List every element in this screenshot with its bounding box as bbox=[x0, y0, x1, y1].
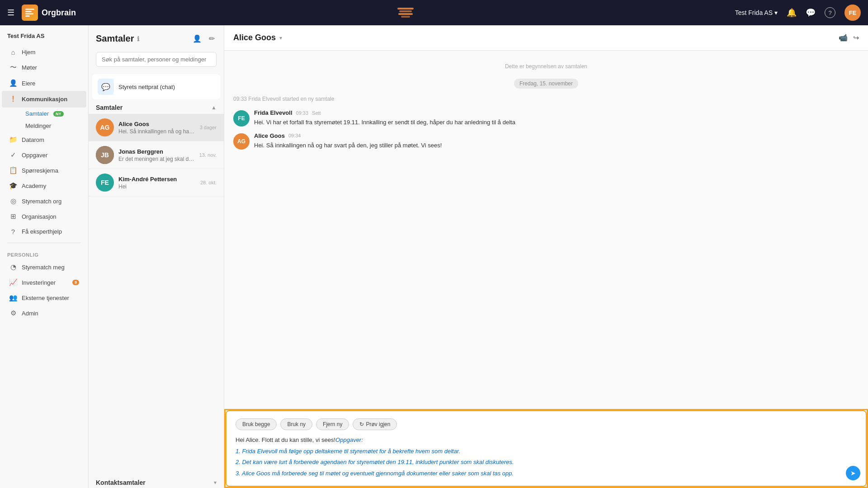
remove-new-button[interactable]: Fjern ny bbox=[316, 418, 349, 430]
eksperthjelp-icon: ? bbox=[9, 228, 17, 235]
alice-time: 3 dager bbox=[200, 125, 217, 130]
conv-profile-btn[interactable]: 👤 bbox=[191, 33, 203, 45]
logo-icon bbox=[22, 5, 38, 21]
sidebar-item-kommunikasjon[interactable]: ! Kommunikasjon bbox=[2, 91, 86, 108]
kommunikasjon-icon: ! bbox=[9, 94, 17, 104]
sidebar-item-styrematch[interactable]: ◎ Styrematch org bbox=[2, 193, 86, 209]
sidebar-item-admin[interactable]: ⚙ Admin bbox=[2, 305, 86, 321]
ai-task-2: 2. Det kan være lurt å forberede agendae… bbox=[236, 458, 857, 467]
ai-suggestion-wrapper: Bruk begge Bruk ny Fjern ny ↻ Prøv igjen… bbox=[226, 410, 867, 487]
use-new-button[interactable]: Bruk ny bbox=[280, 418, 312, 430]
sidebar-item-oppgaver[interactable]: ✓ Oppgaver bbox=[2, 147, 86, 163]
sidebar-item-eksterne[interactable]: 👥 Eksterne tjenester bbox=[2, 290, 86, 305]
conv-section-samtaler[interactable]: Samtaler ▲ bbox=[89, 101, 224, 114]
chat-area: Alice Goos ▾ 📹 ↪ Dette er begynnelsen av… bbox=[224, 25, 868, 488]
sidebar-sub-item-meldinger[interactable]: Meldinger bbox=[22, 120, 86, 132]
use-both-button[interactable]: Bruk begge bbox=[236, 418, 277, 430]
sidebar-item-sporreskjema[interactable]: 📋 Spørreskjema bbox=[2, 163, 86, 178]
sidebar-item-organisasjon[interactable]: ⊞ Organisasjon bbox=[2, 209, 86, 224]
system-event: 09:33 Frida Elvevoll started en ny samta… bbox=[233, 94, 859, 104]
sidebar-item-label: Styrematch org bbox=[22, 198, 61, 205]
board-chat-item[interactable]: 💬 Styrets nettprat (chat) bbox=[92, 74, 220, 99]
board-chat-icon: 💬 bbox=[98, 79, 114, 95]
message-row-frida: FE Frida Elvevoll 09:33 Sett Hei. Vi har… bbox=[233, 109, 859, 127]
sidebar-item-hjem[interactable]: ⌂ Hjem bbox=[2, 45, 86, 60]
chat-icon[interactable]: 💬 bbox=[806, 8, 816, 18]
company-dropdown-arrow: ▾ bbox=[774, 9, 778, 16]
help-icon[interactable]: ? bbox=[825, 7, 835, 18]
organisasjon-icon: ⊞ bbox=[9, 212, 17, 221]
alice-msg-header: Alice Goos 09:34 bbox=[254, 132, 859, 139]
kim-time: 28. okt. bbox=[200, 180, 217, 185]
user-avatar[interactable]: FE bbox=[844, 5, 861, 21]
frida-message-body: Frida Elvevoll 09:33 Sett Hei. Vi har et… bbox=[254, 109, 859, 127]
frida-read: Sett bbox=[312, 110, 321, 116]
main-layout: Test Frida AS ⌂ Hjem 〜 Møter 👤 Eiere ! K… bbox=[0, 25, 868, 488]
ai-task-3: 3. Alice Goos må forberede seg til møtet… bbox=[236, 469, 857, 479]
ai-intro-text: Hei Alice. Flott at du kan stille, vi se… bbox=[236, 436, 335, 443]
center-logo bbox=[395, 5, 416, 21]
jonas-name: Jonas Berggren bbox=[118, 148, 195, 155]
company-selector[interactable]: Test Frida AS ▾ bbox=[735, 9, 778, 16]
ai-suggestion-actions: Bruk begge Bruk ny Fjern ny ↻ Prøv igjen bbox=[236, 418, 857, 430]
chat-contact-dropdown[interactable]: ▾ bbox=[279, 35, 282, 41]
frida-avatar: FE bbox=[233, 110, 250, 127]
alice-name: Alice Goos bbox=[118, 121, 195, 127]
date-divider-wrap: Fredag, 15. november bbox=[233, 79, 859, 89]
retry-button[interactable]: ↻ Prøv igjen bbox=[353, 418, 397, 430]
conversation-beginning: Dette er begynnelsen av samtalen bbox=[233, 60, 859, 73]
conv-item-kim[interactable]: FE Kim-André Pettersen Hei 28. okt. bbox=[89, 169, 224, 197]
sidebar-item-investeringer[interactable]: 📈 Investeringer 9 bbox=[2, 275, 86, 290]
conv-help-icon[interactable]: ℹ bbox=[137, 35, 139, 42]
sidebar-item-eksperthjelp[interactable]: ? Få eksperthjelp bbox=[2, 224, 86, 239]
messages-area: Dette er begynnelsen av samtalen Fredag,… bbox=[224, 51, 868, 409]
sidebar-item-label: Admin bbox=[22, 310, 38, 317]
meldinger-label: Meldinger bbox=[25, 122, 51, 129]
logo-text: Orgbrain bbox=[42, 8, 76, 18]
sidebar-item-label: Hjem bbox=[22, 49, 35, 56]
exit-chat-btn[interactable]: ↪ bbox=[853, 33, 859, 42]
sidebar-item-label: Møter bbox=[22, 64, 37, 71]
ai-task-heading: Oppgaver: bbox=[335, 436, 363, 443]
sidebar-item-label: Investeringer bbox=[22, 279, 56, 286]
jonas-preview: Er det meningen at jeg skal delt... bbox=[118, 156, 195, 162]
date-divider: Fredag, 15. november bbox=[514, 79, 578, 89]
frida-time: 09:33 bbox=[296, 110, 309, 116]
conv-item-alice[interactable]: AG Alice Goos Hei. Så innkallingen nå og… bbox=[89, 114, 224, 141]
sidebar-item-label: Styrematch meg bbox=[22, 264, 65, 271]
ai-send-button[interactable]: ➤ bbox=[846, 466, 860, 480]
ai-task-1: 1. Frida Elvevoll må følge opp deltakern… bbox=[236, 447, 857, 456]
kim-info: Kim-André Pettersen Hei bbox=[118, 176, 196, 190]
sidebar-item-label: Kommunikasjon bbox=[22, 96, 67, 103]
conv-item-jonas[interactable]: JB Jonas Berggren Er det meningen at jeg… bbox=[89, 141, 224, 169]
alice-preview: Hei. Så innkallingen nå og har s... bbox=[118, 128, 195, 135]
sidebar-item-styrematch-meg[interactable]: ◔ Styrematch meg bbox=[2, 259, 86, 275]
sidebar-item-moter[interactable]: 〜 Møter bbox=[2, 60, 86, 75]
sidebar-item-datarom[interactable]: 📁 Datarom bbox=[2, 132, 86, 147]
notification-icon[interactable]: 🔔 bbox=[787, 8, 797, 18]
sidebar-item-eiere[interactable]: 👤 Eiere bbox=[2, 75, 86, 91]
chat-header-left: Alice Goos ▾ bbox=[233, 33, 282, 42]
eiere-icon: 👤 bbox=[9, 79, 17, 87]
conv-compose-btn[interactable]: ✏ bbox=[207, 33, 217, 45]
kontakt-title: Kontaktsamtaler bbox=[96, 479, 146, 486]
hjem-icon: ⌂ bbox=[9, 48, 17, 56]
alice-msg-avatar: AG bbox=[233, 133, 250, 150]
conv-section-title: Samtaler bbox=[96, 104, 123, 111]
video-call-btn[interactable]: 📹 bbox=[839, 33, 848, 42]
logo: Orgbrain bbox=[22, 5, 76, 21]
conv-title-text: Samtaler bbox=[96, 33, 134, 44]
chat-header-actions: 📹 ↪ bbox=[839, 33, 859, 42]
personlig-section: Personlig bbox=[0, 247, 88, 259]
sidebar-item-academy[interactable]: 🎓 Academy bbox=[2, 178, 86, 193]
conv-search-input[interactable] bbox=[96, 52, 217, 67]
samtaler-label: Samtaler bbox=[25, 110, 49, 117]
alice-text: Hei. Så innkallingen nå og har svart på … bbox=[254, 141, 859, 150]
sidebar-item-label: Datarom bbox=[22, 136, 44, 143]
sidebar-company: Test Frida AS bbox=[0, 31, 88, 45]
conv-section-arrow: ▲ bbox=[211, 104, 217, 111]
kontakt-header[interactable]: Kontaktsamtaler ▾ bbox=[96, 479, 217, 486]
menu-icon[interactable]: ☰ bbox=[7, 8, 14, 18]
sidebar-sub-item-samtaler[interactable]: Samtaler NY bbox=[22, 108, 86, 120]
retry-icon: ↻ bbox=[359, 421, 364, 427]
